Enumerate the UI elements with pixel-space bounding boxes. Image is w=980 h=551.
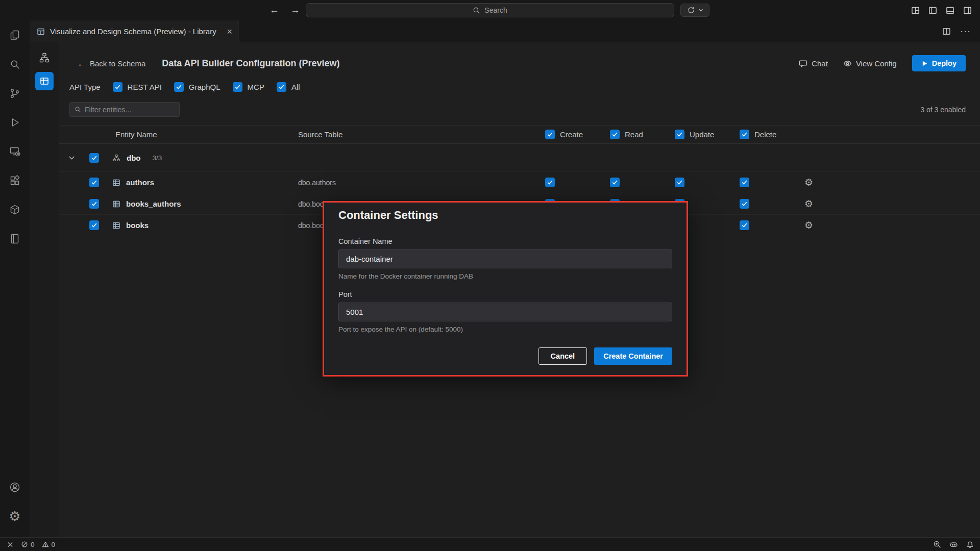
- tab-close-icon[interactable]: ×: [227, 27, 232, 36]
- row-checkbox[interactable]: [89, 199, 99, 209]
- entity-name: books: [126, 221, 149, 230]
- schema-visualize-icon: [38, 52, 51, 64]
- toggle-panel-icon[interactable]: [946, 6, 954, 15]
- search-label: Search: [484, 6, 507, 14]
- update-label: Update: [690, 130, 714, 139]
- activity-notebook[interactable]: [3, 227, 27, 251]
- layout-controls: [911, 0, 972, 20]
- expand-chevron-icon[interactable]: [68, 155, 75, 161]
- dab-config-button[interactable]: [35, 72, 54, 90]
- read-checkbox[interactable]: [610, 178, 620, 187]
- rest-api-checkbox[interactable]: [113, 82, 122, 92]
- flow-loop-icon: [687, 6, 695, 14]
- remote-indicator-icon[interactable]: [6, 541, 14, 548]
- create-checkbox[interactable]: [545, 178, 555, 187]
- back-link-label: Back to Schema: [90, 59, 145, 68]
- all-checkbox[interactable]: [277, 82, 286, 92]
- modal-title: Container Settings: [338, 209, 672, 222]
- chat-bubble-icon: [799, 59, 807, 68]
- chat-button[interactable]: Chat: [799, 59, 828, 68]
- api-type-label: API Type: [69, 83, 101, 91]
- delete-checkbox[interactable]: [740, 199, 749, 209]
- play-icon: [921, 60, 928, 67]
- mcp-checkbox[interactable]: [233, 82, 242, 92]
- copilot-icon[interactable]: [949, 540, 958, 549]
- history-forward-icon[interactable]: →: [290, 5, 300, 16]
- column-update: Update: [675, 130, 740, 139]
- graphql-label: GraphQL: [189, 83, 220, 91]
- source-table: dbo.authors: [298, 179, 545, 187]
- delete-checkbox[interactable]: [740, 178, 749, 187]
- editor-tab-bar: Visualize and Design Schema (Preview) - …: [30, 20, 980, 42]
- read-all-checkbox[interactable]: [610, 130, 620, 139]
- problems-indicator[interactable]: 0 0: [21, 541, 55, 548]
- zoom-icon[interactable]: [933, 540, 941, 548]
- warning-count: 0: [52, 541, 56, 548]
- toggle-sidebar-icon[interactable]: [928, 6, 937, 15]
- eye-icon: [843, 59, 852, 68]
- update-all-checkbox[interactable]: [675, 130, 684, 139]
- table-icon: [112, 200, 120, 208]
- column-delete: Delete: [740, 130, 804, 139]
- bell-icon[interactable]: [966, 541, 974, 548]
- dbo-group-checkbox[interactable]: [89, 153, 99, 163]
- schema-designer-button[interactable]: [35, 48, 54, 67]
- database-cube-icon: [9, 204, 21, 216]
- activity-explorer[interactable]: [3, 23, 27, 47]
- warnings-icon: [42, 541, 49, 548]
- tab-visualize-schema[interactable]: Visualize and Design Schema (Preview) - …: [30, 20, 239, 42]
- row-settings-icon[interactable]: ⚙: [804, 220, 813, 230]
- activity-source-control[interactable]: [3, 81, 27, 106]
- column-create: Create: [545, 130, 610, 139]
- search-side-icon: [9, 58, 21, 70]
- row-settings-icon[interactable]: ⚙: [804, 199, 813, 209]
- mcp-label: MCP: [248, 83, 264, 91]
- back-to-schema-link[interactable]: ← Back to Schema: [78, 59, 145, 68]
- more-actions-icon[interactable]: ···: [960, 26, 971, 37]
- history-nav: ← →: [270, 0, 300, 20]
- split-editor-icon[interactable]: [942, 27, 951, 36]
- schema-name: dbo: [127, 154, 141, 162]
- toggle-secondary-sidebar-icon[interactable]: [963, 6, 972, 15]
- deploy-label: Deploy: [932, 59, 957, 67]
- update-checkbox[interactable]: [675, 178, 684, 187]
- activity-remote-explorer[interactable]: [3, 139, 27, 164]
- run-debug-icon: [9, 116, 21, 129]
- tab-title: Visualize and Design Schema (Preview) - …: [50, 27, 216, 36]
- column-read: Read: [610, 130, 675, 139]
- page-title: Data API Builder Configuration (Preview): [162, 58, 339, 69]
- vscode-window: ← → Search: [0, 0, 980, 551]
- port-input[interactable]: [338, 303, 672, 321]
- history-back-icon[interactable]: ←: [270, 5, 279, 16]
- delete-checkbox[interactable]: [740, 220, 749, 230]
- cancel-button[interactable]: Cancel: [538, 347, 587, 365]
- activity-settings[interactable]: ⚙: [3, 504, 27, 529]
- view-config-button[interactable]: View Config: [843, 59, 897, 68]
- create-all-checkbox[interactable]: [545, 130, 555, 139]
- remote-explorer-icon: [9, 145, 21, 158]
- source-control-icon: [9, 87, 21, 99]
- customize-layout-icon[interactable]: [911, 6, 920, 15]
- row-settings-icon[interactable]: ⚙: [804, 178, 813, 187]
- error-count: 0: [31, 541, 35, 548]
- filter-entities-field[interactable]: [69, 102, 180, 117]
- search-icon: [473, 7, 480, 14]
- deploy-button[interactable]: Deploy: [912, 55, 966, 71]
- row-checkbox[interactable]: [89, 220, 99, 230]
- filter-entities-input[interactable]: [85, 106, 175, 114]
- table-header-row: Entity Name Source Table Create Read: [59, 125, 980, 144]
- search-box[interactable]: Search: [306, 3, 674, 17]
- container-name-input[interactable]: [338, 249, 672, 268]
- table-row-authors: authors dbo.authors ⚙: [59, 172, 980, 193]
- activity-account[interactable]: [3, 475, 27, 499]
- activity-run-debug[interactable]: [3, 110, 27, 135]
- row-checkbox[interactable]: [89, 178, 99, 187]
- activity-extensions[interactable]: [3, 168, 27, 193]
- table-config-icon: [39, 76, 50, 86]
- graphql-checkbox[interactable]: [174, 82, 184, 92]
- create-container-button[interactable]: Create Container: [594, 347, 672, 365]
- activity-search[interactable]: [3, 52, 27, 77]
- delete-all-checkbox[interactable]: [740, 130, 749, 139]
- session-dropdown[interactable]: [680, 4, 709, 17]
- activity-database[interactable]: [3, 197, 27, 222]
